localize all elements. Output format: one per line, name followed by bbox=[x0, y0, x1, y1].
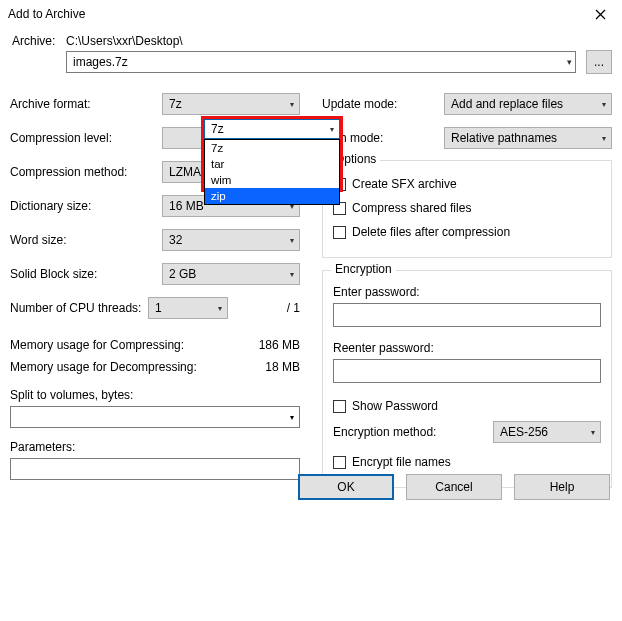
pathmode-select[interactable]: Relative pathnames ▾ bbox=[444, 127, 612, 149]
right-column: Update mode: Add and replace files ▾ Pat… bbox=[322, 92, 612, 500]
format-option[interactable]: tar bbox=[205, 156, 339, 172]
chevron-down-icon: ▾ bbox=[218, 304, 222, 313]
cancel-button[interactable]: Cancel bbox=[406, 474, 502, 500]
reenter-pw-label: Reenter password: bbox=[333, 341, 601, 355]
encryption-group: Encryption Enter password: Reenter passw… bbox=[322, 270, 612, 488]
checkbox-icon bbox=[333, 400, 346, 413]
show-pw-row[interactable]: Show Password bbox=[333, 395, 601, 417]
opt-delete-label: Delete files after compression bbox=[352, 225, 510, 239]
split-input[interactable] bbox=[10, 406, 300, 428]
level-label: Compression level: bbox=[10, 131, 162, 145]
ok-button[interactable]: OK bbox=[298, 474, 394, 500]
opt-shared-row[interactable]: Compress shared files bbox=[333, 197, 601, 219]
block-label: Solid Block size: bbox=[10, 267, 162, 281]
format-option[interactable]: zip bbox=[205, 188, 339, 204]
threads-select[interactable]: 1 ▾ bbox=[148, 297, 228, 319]
block-select-value: 2 GB bbox=[169, 267, 196, 281]
word-label: Word size: bbox=[10, 233, 162, 247]
mem-compress-value: 186 MB bbox=[228, 338, 300, 352]
update-label: Update mode: bbox=[322, 97, 444, 111]
archive-path: C:\Users\xxr\Desktop\ bbox=[60, 34, 183, 48]
enc-method-value: AES-256 bbox=[500, 425, 548, 439]
format-option[interactable]: wim bbox=[205, 172, 339, 188]
chevron-down-icon: ▾ bbox=[290, 270, 294, 279]
browse-button[interactable]: ... bbox=[586, 50, 612, 74]
enter-pw-label: Enter password: bbox=[333, 285, 601, 299]
archive-label: Archive: bbox=[10, 34, 60, 48]
block-select[interactable]: 2 GB ▾ bbox=[162, 263, 300, 285]
dict-select-value: 16 MB bbox=[169, 199, 204, 213]
reenter-pw-input[interactable] bbox=[333, 359, 601, 383]
options-group: Options Create SFX archive Compress shar… bbox=[322, 160, 612, 258]
close-icon bbox=[595, 9, 606, 20]
format-select-value: 7z bbox=[169, 97, 182, 111]
update-select-value: Add and replace files bbox=[451, 97, 563, 111]
mem-decompress-label: Memory usage for Decompressing: bbox=[10, 360, 228, 374]
chevron-down-icon: ▾ bbox=[290, 413, 294, 422]
chevron-down-icon: ▾ bbox=[591, 428, 595, 437]
chevron-down-icon: ▾ bbox=[290, 100, 294, 109]
opt-sfx-label: Create SFX archive bbox=[352, 177, 457, 191]
format-dropdown-selected[interactable]: 7z ▾ bbox=[204, 119, 340, 139]
dialog-buttons: OK Cancel Help bbox=[298, 474, 610, 500]
split-label: Split to volumes, bytes: bbox=[10, 388, 300, 402]
close-button[interactable] bbox=[578, 0, 622, 28]
titlebar: Add to Archive bbox=[0, 0, 622, 28]
archive-filename-input[interactable] bbox=[66, 51, 576, 73]
threads-select-value: 1 bbox=[155, 301, 162, 315]
checkbox-icon bbox=[333, 226, 346, 239]
format-dropdown-list: 7z tar wim zip bbox=[204, 139, 340, 205]
show-pw-label: Show Password bbox=[352, 399, 438, 413]
word-select[interactable]: 32 ▾ bbox=[162, 229, 300, 251]
enter-pw-input[interactable] bbox=[333, 303, 601, 327]
chevron-down-icon: ▾ bbox=[602, 100, 606, 109]
checkbox-icon bbox=[333, 456, 346, 469]
threads-label: Number of CPU threads: bbox=[10, 301, 148, 315]
params-input[interactable] bbox=[10, 458, 300, 480]
params-label: Parameters: bbox=[10, 440, 300, 454]
method-label: Compression method: bbox=[10, 165, 162, 179]
enc-method-label: Encryption method: bbox=[333, 425, 493, 439]
update-select[interactable]: Add and replace files ▾ bbox=[444, 93, 612, 115]
window-title: Add to Archive bbox=[8, 7, 85, 21]
ellipsis-icon: ... bbox=[594, 55, 604, 69]
format-label: Archive format: bbox=[10, 97, 162, 111]
mem-decompress-value: 18 MB bbox=[228, 360, 300, 374]
chevron-down-icon: ▾ bbox=[602, 134, 606, 143]
dict-label: Dictionary size: bbox=[10, 199, 162, 213]
enc-names-row[interactable]: Encrypt file names bbox=[333, 451, 601, 473]
format-select[interactable]: 7z ▾ bbox=[162, 93, 300, 115]
opt-shared-label: Compress shared files bbox=[352, 201, 471, 215]
mem-compress-label: Memory usage for Compressing: bbox=[10, 338, 228, 352]
encryption-title: Encryption bbox=[331, 262, 396, 276]
opt-delete-row[interactable]: Delete files after compression bbox=[333, 221, 601, 243]
enc-names-label: Encrypt file names bbox=[352, 455, 451, 469]
opt-sfx-row[interactable]: Create SFX archive bbox=[333, 173, 601, 195]
format-dropdown-open: 7z ▾ 7z tar wim zip bbox=[204, 119, 340, 205]
chevron-down-icon: ▾ bbox=[330, 125, 334, 134]
chevron-down-icon: ▾ bbox=[290, 236, 294, 245]
enc-method-select[interactable]: AES-256 ▾ bbox=[493, 421, 601, 443]
threads-total: / 1 bbox=[228, 301, 300, 315]
word-select-value: 32 bbox=[169, 233, 182, 247]
pathmode-select-value: Relative pathnames bbox=[451, 131, 557, 145]
format-dropdown-selected-value: 7z bbox=[211, 122, 224, 136]
help-button[interactable]: Help bbox=[514, 474, 610, 500]
format-option[interactable]: 7z bbox=[205, 140, 339, 156]
